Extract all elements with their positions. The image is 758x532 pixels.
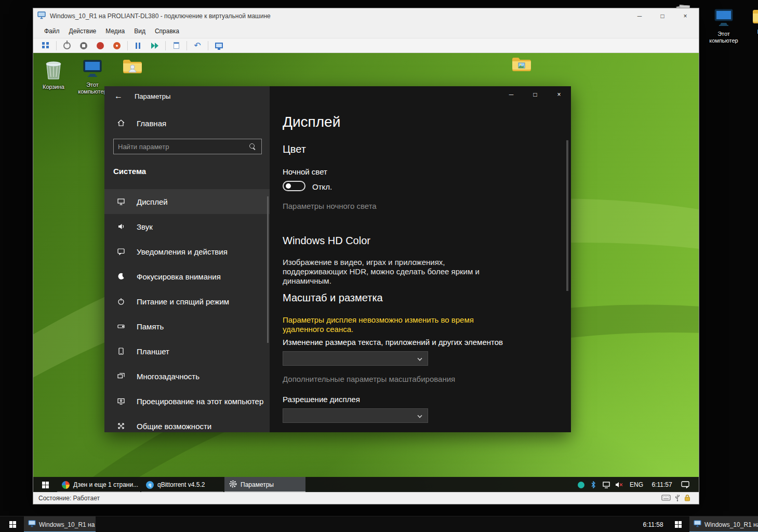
shut-down-button[interactable] [94, 40, 107, 51]
icon-label: Этот компьютер [707, 31, 741, 44]
shared-experiences-icon [117, 422, 125, 430]
content-scrollbar[interactable] [566, 140, 568, 291]
host-icon-this-pc[interactable]: Этот компьютер [707, 8, 741, 44]
advanced-scaling-link[interactable]: Дополнительные параметры масштабирования [283, 375, 455, 383]
taskbar-item-zen[interactable]: Дзен и еще 1 страни... [57, 477, 140, 493]
night-light-toggle[interactable] [283, 181, 305, 191]
host-taskbar: Windows_10_R1 на P... 6:11:58 Windows_10… [0, 516, 758, 532]
bluetooth-icon[interactable] [588, 477, 599, 493]
toolbar: ↶ [33, 38, 699, 53]
settings-minimize-button[interactable]: ─ [499, 86, 523, 103]
sidebar-item-multitasking[interactable]: Многозадачность [104, 364, 270, 389]
menu-help[interactable]: Справка [150, 24, 184, 38]
maximize-button[interactable]: □ [651, 8, 674, 24]
sidebar-item-label: Питание и спящий режим [137, 297, 229, 306]
resolution-label: Разрешение дисплея [283, 395, 360, 404]
scale-dropdown[interactable] [283, 351, 428, 366]
enhanced-session-button[interactable] [212, 40, 225, 51]
back-button[interactable]: ← [110, 88, 127, 104]
host-start-button[interactable] [2, 516, 23, 532]
checkpoint-button[interactable] [170, 40, 182, 51]
sidebar-item-power[interactable]: Питание и спящий режим [104, 289, 270, 314]
toolbar-separator [187, 41, 187, 50]
sidebar-item-label: Проецирование на этот компьютер [137, 397, 263, 406]
status-text: Состояние: Работает [38, 495, 100, 502]
revert-button[interactable]: ↶ [191, 40, 204, 51]
pause-button[interactable] [132, 40, 144, 51]
taskbar-item-settings[interactable]: Параметры [224, 477, 305, 493]
toolbar-separator [127, 41, 128, 50]
network-icon[interactable] [601, 477, 612, 493]
turn-off-button[interactable] [77, 40, 90, 51]
sidebar-item-display[interactable]: Дисплей [104, 189, 270, 214]
power-icon [63, 42, 71, 49]
display-icon [117, 197, 125, 206]
vm-icon-this-pc[interactable]: Этот компьютер [76, 59, 109, 95]
vmconnect-titlebar[interactable]: Windows_10_R1 на PROLIANT-DL380 - подклю… [33, 8, 699, 24]
windows-logo-icon [675, 521, 682, 528]
search-input[interactable] [114, 139, 249, 154]
search-icon[interactable] [249, 143, 256, 150]
revert-icon: ↶ [194, 42, 201, 50]
window-title: Windows_10_R1 на PROLIANT-DL380 - подклю… [50, 12, 271, 20]
focus-moon-icon [117, 272, 125, 281]
chevron-down-icon [417, 413, 422, 418]
recycle-bin[interactable]: Корзина [37, 59, 70, 90]
settings-maximize-button[interactable]: □ [523, 86, 547, 103]
menu-file[interactable]: Файл [39, 24, 64, 38]
vm-icon [28, 520, 36, 529]
sidebar-item-focus[interactable]: Фокусировка внимания [104, 264, 270, 289]
tray-app-icon[interactable] [575, 477, 587, 493]
windows-logo-icon [9, 521, 16, 528]
settings-window: ← Параметры ─ □ × Главная Система [104, 86, 571, 432]
resolution-dropdown[interactable] [283, 408, 428, 423]
night-light-label: Ночной свет [283, 167, 327, 176]
icon-label: Корзина [43, 84, 64, 90]
sidebar-item-storage[interactable]: Память [104, 314, 270, 339]
taskbar-item-label: Дзен и еще 1 страни... [73, 481, 138, 488]
night-light-settings-link[interactable]: Параметры ночного света [283, 202, 377, 210]
close-button[interactable]: × [674, 8, 697, 24]
sidebar-item-tablet[interactable]: Планшет [104, 339, 270, 364]
volume-muted-icon[interactable] [613, 477, 626, 493]
page-title: Дисплей [283, 114, 340, 130]
ctrl-alt-del-button[interactable] [39, 40, 52, 51]
host-task-vm-window-2[interactable]: Windows_10_R1 на P... [689, 516, 758, 532]
tablet-icon [117, 347, 125, 355]
vm-start-button[interactable] [33, 477, 57, 493]
sidebar-item-notifications[interactable]: Уведомления и действия [104, 239, 270, 264]
toolbar-separator [56, 41, 57, 50]
menu-action[interactable]: Действие [64, 24, 101, 38]
media-folder[interactable] [507, 56, 536, 76]
sidebar-item-label: Общие возможности [137, 422, 211, 431]
notification-center-icon[interactable] [677, 477, 693, 493]
menu-view[interactable]: Вид [129, 24, 150, 38]
start-vm-button[interactable] [61, 40, 73, 51]
sidebar-item-projecting[interactable]: Проецирование на этот компьютер [104, 389, 270, 414]
sidebar-item-label: Уведомления и действия [137, 247, 228, 256]
save-state-button[interactable] [111, 40, 123, 51]
settings-close-button[interactable]: × [547, 86, 571, 103]
hdr-description: Изображение в видео, играх и приложениях… [283, 258, 507, 286]
multitasking-icon [117, 372, 125, 380]
sidebar-scrollbar[interactable] [267, 196, 269, 343]
host-icon-rol[interactable]: Рол [747, 8, 758, 35]
host-clock[interactable]: 6:11:58 [635, 516, 671, 532]
language-indicator[interactable]: ENG [628, 477, 645, 493]
host-start-button-2[interactable] [668, 516, 688, 532]
menu-media[interactable]: Медиа [101, 24, 129, 38]
sidebar-item-shared-experiences[interactable]: Общие возможности [104, 414, 270, 432]
taskbar-item-qbittorrent[interactable]: q qBittorrent v4.5.2 [141, 477, 223, 493]
icon-label: Этот компьютер [76, 82, 109, 95]
reset-button[interactable] [149, 40, 161, 51]
vm-screen[interactable]: Корзина Этот компьютер [33, 53, 699, 493]
media-folder-icon [511, 56, 532, 76]
minimize-button[interactable]: ─ [628, 8, 651, 24]
scale-heading: Масштаб и разметка [283, 292, 383, 304]
sidebar-item-home[interactable]: Главная [117, 118, 166, 128]
user-folder[interactable] [118, 58, 147, 78]
vm-clock[interactable]: 6:11:57 [647, 477, 676, 493]
sidebar-item-sound[interactable]: Звук [104, 214, 270, 239]
host-task-vm-window[interactable]: Windows_10_R1 на P... [24, 516, 96, 532]
sidebar-item-label: Звук [137, 222, 153, 231]
